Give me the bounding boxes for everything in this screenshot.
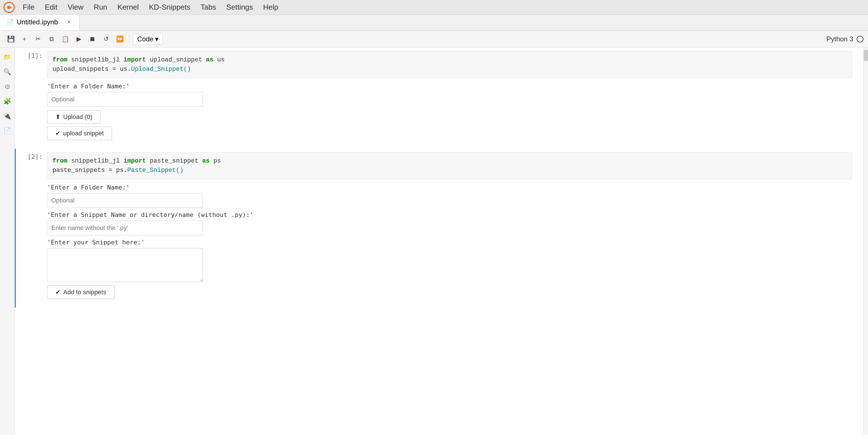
cell-2-number: [2]: [16,152,47,304]
menu-help[interactable]: Help [258,1,283,13]
cell-1-alias: us [217,56,224,63]
add-to-snippets-button[interactable]: ✔ Add to snippets [47,286,115,299]
cell-1-number: [1]: [16,51,47,145]
scrollbar-thumb[interactable] [864,50,868,61]
notebook-tab-label: Untitled.ipynb [17,18,58,26]
cell-2: [2]: from snippetlib_jl import paste_sni… [15,149,864,307]
cell-2-output-label3: 'Enter your Snippet here:' [47,239,852,246]
toolbar-right: Python 3 [826,35,864,43]
sidebar-icon-extension[interactable]: 🧩 [1,95,13,108]
cell-2-name-input[interactable] [47,221,203,235]
menu-view[interactable]: View [63,1,88,13]
cell-2-obj: ps. [116,167,127,174]
menubar: File Edit View Run Kernel KD-Snippets Ta… [0,0,868,15]
cell-type-label: Code [137,35,153,43]
cell-2-method: Paste_Snippet() [127,167,183,174]
cell-2-assign: = [108,167,116,174]
cell-1-import: import [124,56,150,63]
upload-snippet-button[interactable]: ✔ upload snippet [47,127,112,140]
sidebar-icon-run[interactable]: ⊙ [1,80,13,93]
cell-2-line-2: paste_snippets = ps.Paste_Snippet() [53,166,847,175]
cell-2-folder-input[interactable] [47,193,203,208]
cell-1-line-2: upload_snippets = us.Upload_Snippet() [53,65,847,74]
cell-2-content: from snippetlib_jl import paste_snippet … [47,152,864,304]
run-all-button[interactable]: ⏩ [114,33,126,45]
paste-button[interactable]: 📋 [59,33,71,45]
cell-1-assign: = [112,66,120,73]
cell-1-var: upload_snippets [53,66,108,73]
cell-1-folder-input[interactable] [47,92,203,107]
cell-1-func: upload_snippet [150,56,202,63]
cell-1-output-label1: 'Enter a Folder Name:' [47,83,852,90]
upload-icon: ⬆ [55,113,60,121]
menu-edit[interactable]: Edit [40,1,62,13]
checkmark-icon-2: ✔ [55,289,60,296]
interrupt-button[interactable]: ⏹ [86,33,99,45]
cell-1-code[interactable]: from snippetlib_jl import upload_snippet… [47,51,852,78]
add-cell-button[interactable]: + [18,33,31,45]
cell-2-output-label2: 'Enter a Snippet Name or directory/name … [47,211,852,219]
cut-button[interactable]: ✂ [32,33,44,45]
scrollbar[interactable] [864,47,868,435]
chevron-down-icon: ▾ [155,35,158,43]
cell-2-output-label1: 'Enter a Folder Name:' [47,184,852,191]
menu-run[interactable]: Run [89,1,112,13]
kernel-name-label: Python 3 [826,35,853,43]
cell-type-dropdown[interactable]: Code ▾ [133,33,163,45]
notebook-content: [1]: from snippetlib_jl import upload_sn… [15,47,864,307]
menu-kernel[interactable]: Kernel [113,1,143,13]
upload-button[interactable]: ⬆ Upload (0) [47,110,101,124]
main-area: 📁 🔍 ⊙ 🧩 🔌 📄 [1]: from snippetlib_jl impo… [0,47,868,435]
cell-1-from: from [53,56,67,63]
cell-1-content: from snippetlib_jl import upload_snippet… [47,51,864,145]
sidebar-icon-folder[interactable]: 📁 [1,51,13,63]
menu-settings[interactable]: Settings [222,1,257,13]
restart-button[interactable]: ↺ [100,33,112,45]
cell-1: [1]: from snippetlib_jl import upload_sn… [15,47,864,149]
save-button[interactable]: 💾 [4,33,17,45]
cell-2-from: from [53,158,67,165]
cell-2-import: import [124,158,150,165]
app-logo [3,2,15,13]
sidebar-icon-file[interactable]: 📄 [1,125,13,137]
cell-1-obj: us. [120,66,131,73]
left-sidebar: 📁 🔍 ⊙ 🧩 🔌 📄 [0,47,15,435]
notebook-tab-icon: 📄 [7,19,14,26]
cell-1-module-name: snippetlib_jl [71,56,120,63]
cell-2-line-1: from snippetlib_jl import paste_snippet … [53,156,847,166]
sidebar-icon-search[interactable]: 🔍 [1,66,13,78]
sidebar-icon-puzzle[interactable]: 🔌 [1,110,13,122]
cell-2-code[interactable]: from snippetlib_jl import paste_snippet … [47,152,852,179]
cell-2-as: as [202,158,213,165]
cell-2-output: 'Enter a Folder Name:' 'Enter a Snippet … [47,181,852,304]
cell-1-output: 'Enter a Folder Name:' ⬆ Upload (0) ✔ u [47,80,852,145]
tab-close-button[interactable]: ✕ [65,19,72,26]
cell-2-snippet-textarea[interactable] [47,248,203,282]
cell-2-alias: ps [213,158,221,165]
run-button[interactable]: ▶ [72,33,85,45]
checkmark-icon: ✔ [55,130,60,137]
cell-1-method: Upload_Snippet() [131,66,191,73]
cell-2-var: paste_snippets [53,167,105,174]
menu-kd-snippets[interactable]: KD-Snippets [144,1,195,13]
add-to-snippets-button-label: Add to snippets [63,289,106,296]
upload-button-label: Upload (0) [63,113,92,121]
tabbar: 📄 Untitled.ipynb ✕ [0,15,868,31]
upload-snippet-button-label: upload snippet [63,130,104,137]
copy-button[interactable]: ⧉ [45,33,58,45]
cell-1-line-1: from snippetlib_jl import upload_snippet… [53,55,847,65]
notebook-tab[interactable]: 📄 Untitled.ipynb ✕ [0,15,80,30]
notebook-area: [1]: from snippetlib_jl import upload_sn… [15,47,864,435]
menu-file[interactable]: File [18,1,39,13]
toolbar: 💾 + ✂ ⧉ 📋 ▶ ⏹ ↺ ⏩ Code ▾ Python 3 [0,31,868,47]
cell-2-func: paste_snippet [150,158,198,165]
cell-1-as: as [206,56,217,63]
menu-tabs[interactable]: Tabs [196,1,221,13]
cell-2-module-name: snippetlib_jl [71,158,120,165]
kernel-status-circle [857,36,864,42]
